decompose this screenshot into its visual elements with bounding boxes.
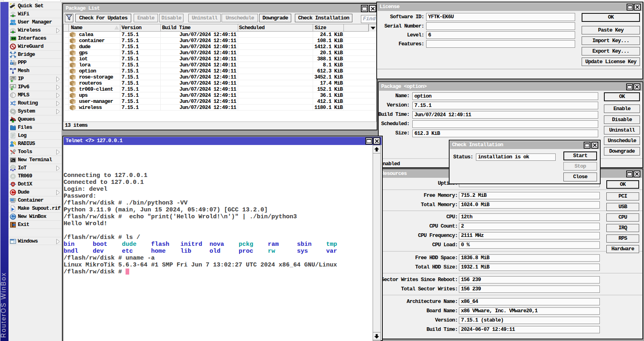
svg-text:v6: v6 xyxy=(11,85,14,88)
svg-text:255: 255 xyxy=(11,77,15,79)
